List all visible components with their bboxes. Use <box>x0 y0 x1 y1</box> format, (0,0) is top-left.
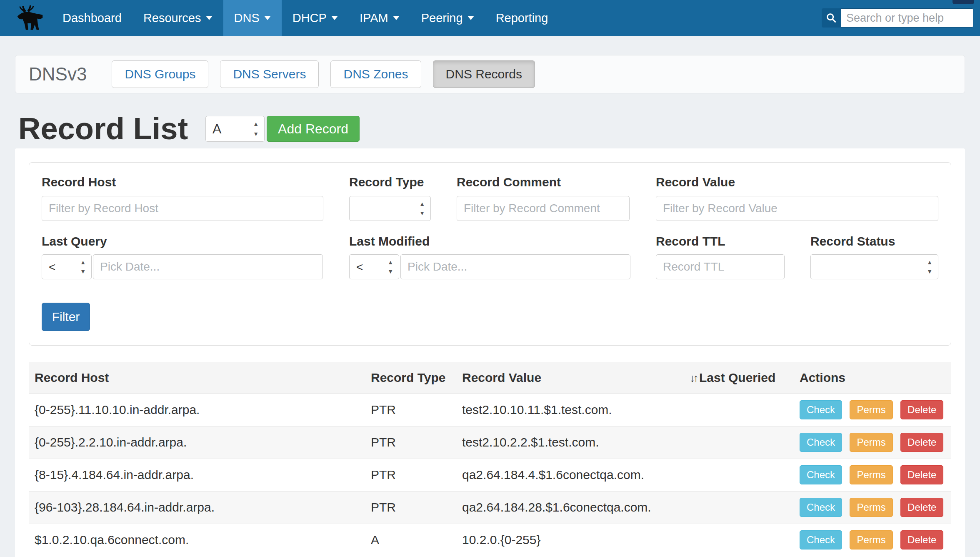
record-host-cell: {96-103}.28.184.64.in-addr.arpa. <box>29 491 365 524</box>
subnav-button-dns-zones[interactable]: DNS Zones <box>330 60 421 88</box>
record-host-filter-input[interactable] <box>42 196 323 221</box>
delete-button[interactable]: Delete <box>900 433 943 452</box>
header-actions: Actions <box>794 362 951 394</box>
delete-button[interactable]: Delete <box>900 498 943 517</box>
last-query-operator-wrap: < <box>42 254 92 279</box>
check-button[interactable]: Check <box>800 433 842 452</box>
record-ttl-label: Record TTL <box>656 234 725 248</box>
record-list-header: Record List A Add Record <box>15 113 965 144</box>
last-queried-cell <box>684 459 794 491</box>
chevron-down-icon <box>331 16 338 20</box>
record-value-cell: test2.10.2.2.$1.test.com. <box>456 426 684 459</box>
record-type-cell: PTR <box>365 394 456 426</box>
record-value-cell: 10.2.0.{0-255} <box>456 524 684 556</box>
search-icon <box>825 12 837 24</box>
nav-item-dns[interactable]: DNS <box>223 0 282 36</box>
perms-button[interactable]: Perms <box>850 400 892 419</box>
nav-item-ipam[interactable]: IPAM <box>349 0 410 36</box>
last-modified-operator-select[interactable]: < <box>349 254 399 279</box>
filter-button[interactable]: Filter <box>42 303 90 331</box>
chevron-down-icon <box>393 16 400 20</box>
record-value-cell: test2.10.10.11.$1.test.com. <box>456 394 684 426</box>
perms-button[interactable]: Perms <box>850 433 892 452</box>
last-modified-label: Last Modified <box>349 234 430 248</box>
table-header-row: Record Host Record Type Record Value ↓↑L… <box>29 362 951 394</box>
last-modified-operator-wrap: < <box>349 254 399 279</box>
record-status-select[interactable] <box>810 254 938 279</box>
chevron-down-icon <box>264 16 271 20</box>
record-comment-filter-input[interactable] <box>457 196 630 221</box>
top-navbar: Dashboard Resources DNS DHCP IPAM Peerin… <box>0 0 980 36</box>
moose-icon <box>15 5 45 31</box>
nav-item-dhcp[interactable]: DHCP <box>282 0 349 36</box>
check-button[interactable]: Check <box>800 498 842 517</box>
delete-button[interactable]: Delete <box>900 400 943 419</box>
subnav-button-dns-records[interactable]: DNS Records <box>433 60 535 88</box>
table-row: $1.0.2.10.qa.6connect.com. A 10.2.0.{0-2… <box>29 524 951 556</box>
record-value-label: Record Value <box>656 175 735 189</box>
record-type-filter-select[interactable] <box>349 196 431 221</box>
delete-button[interactable]: Delete <box>900 465 943 484</box>
record-type-cell: A <box>365 524 456 556</box>
search-input[interactable] <box>841 8 973 28</box>
record-status-label: Record Status <box>810 234 895 248</box>
actions-cell: Check Perms Delete <box>794 394 951 426</box>
check-button[interactable]: Check <box>800 400 842 419</box>
nav-item-peering[interactable]: Peering <box>410 0 485 36</box>
perms-button[interactable]: Perms <box>850 498 892 517</box>
chevron-down-icon <box>206 16 212 20</box>
last-queried-cell <box>684 394 794 426</box>
top-right-partial-element <box>952 0 974 4</box>
filter-panel: Record Host Record Type Record Comment R… <box>29 162 951 346</box>
actions-cell: Check Perms Delete <box>794 426 951 459</box>
table-row: {96-103}.28.184.64.in-addr.arpa. PTR qa2… <box>29 491 951 524</box>
record-type-label: Record Type <box>349 175 424 189</box>
add-record-button[interactable]: Add Record <box>267 116 360 142</box>
record-value-filter-input[interactable] <box>656 196 938 221</box>
dnsv3-title: DNSv3 <box>29 64 87 85</box>
actions-cell: Check Perms Delete <box>794 491 951 524</box>
record-comment-label: Record Comment <box>457 175 561 189</box>
record-host-cell: $1.0.2.10.qa.6connect.com. <box>29 524 365 556</box>
last-query-operator-select[interactable]: < <box>42 254 92 279</box>
new-record-type-select[interactable]: A <box>205 116 265 142</box>
record-type-cell: PTR <box>365 459 456 491</box>
record-host-cell: {0-255}.2.2.10.in-addr.arpa. <box>29 426 365 459</box>
table-row: {0-255}.2.2.10.in-addr.arpa. PTR test2.1… <box>29 426 951 459</box>
actions-cell: Check Perms Delete <box>794 459 951 491</box>
record-host-cell: {0-255}.11.10.10.in-addr.arpa. <box>29 394 365 426</box>
subnav-button-dns-servers[interactable]: DNS Servers <box>220 60 319 88</box>
nav-item-reporting[interactable]: Reporting <box>485 0 559 36</box>
header-record-host: Record Host <box>29 362 365 394</box>
nav-item-resources[interactable]: Resources <box>132 0 223 36</box>
perms-button[interactable]: Perms <box>850 465 892 484</box>
search-button[interactable] <box>822 8 841 28</box>
header-last-queried[interactable]: ↓↑Last Queried <box>684 362 794 394</box>
header-record-value: Record Value <box>456 362 684 394</box>
record-host-label: Record Host <box>42 175 116 189</box>
record-type-filter-wrap <box>349 196 431 221</box>
moose-logo[interactable] <box>12 0 48 36</box>
nav-item-dashboard[interactable]: Dashboard <box>52 0 132 36</box>
check-button[interactable]: Check <box>800 530 842 549</box>
navbar-search <box>822 0 973 36</box>
last-query-label: Last Query <box>42 234 107 248</box>
subnav-button-dns-groups[interactable]: DNS Groups <box>112 60 208 88</box>
sort-icon: ↓↑ <box>690 372 697 384</box>
last-modified-date-input[interactable] <box>400 254 630 279</box>
record-type-select-wrap: A <box>205 116 265 142</box>
last-queried-cell <box>684 426 794 459</box>
perms-button[interactable]: Perms <box>850 530 892 549</box>
record-status-wrap <box>810 254 938 279</box>
table-row: {0-255}.11.10.10.in-addr.arpa. PTR test2… <box>29 394 951 426</box>
actions-cell: Check Perms Delete <box>794 524 951 556</box>
record-type-cell: PTR <box>365 491 456 524</box>
record-host-cell: {8-15}.4.184.64.in-addr.arpa. <box>29 459 365 491</box>
check-button[interactable]: Check <box>800 465 842 484</box>
chevron-down-icon <box>468 16 474 20</box>
record-ttl-input[interactable] <box>656 254 785 279</box>
delete-button[interactable]: Delete <box>900 530 943 549</box>
header-record-type: Record Type <box>365 362 456 394</box>
last-query-date-input[interactable] <box>93 254 323 279</box>
dns-section-buttons: DNS GroupsDNS ServersDNS ZonesDNS Record… <box>112 60 547 88</box>
